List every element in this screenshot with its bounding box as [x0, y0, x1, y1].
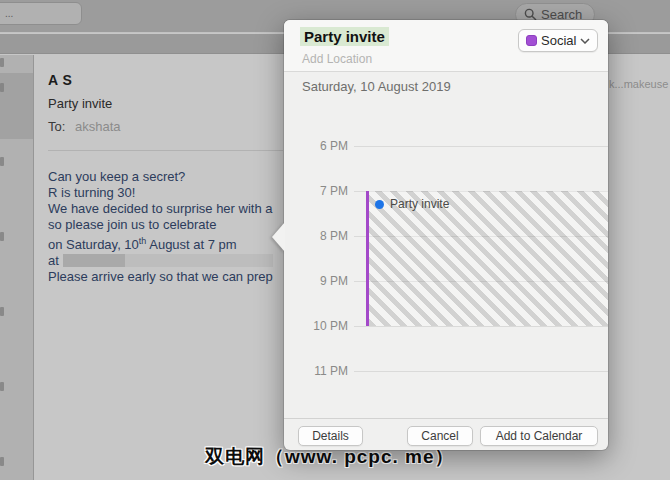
calendar-category-dropdown[interactable]: Social — [518, 29, 598, 52]
details-button[interactable]: Details — [298, 426, 363, 446]
header-divider — [48, 150, 283, 151]
message-subject: Party invite — [48, 96, 121, 111]
body-line: We have decided to surprise her with a — [48, 201, 273, 217]
body-line: so please join us to celebrate — [48, 217, 273, 233]
time-label: 6 PM — [288, 139, 348, 153]
window-tab[interactable]: ... — [0, 2, 82, 25]
clipped-list-text — [0, 58, 4, 67]
calendar-event-block[interactable]: Party invite — [366, 191, 608, 326]
time-label: 7 PM — [288, 184, 348, 198]
window-tab-label: ... — [5, 8, 13, 19]
to-label: To: — [48, 119, 65, 134]
hour-gridline — [354, 371, 608, 372]
chevron-down-icon — [580, 38, 590, 44]
body-line-date: on Saturday, 10th August at 7 pm — [48, 233, 273, 253]
clipped-list-text — [0, 307, 4, 316]
event-block-title: Party invite — [390, 197, 449, 211]
popover-header: Party invite Add Location Social — [284, 20, 608, 72]
clipped-list-text — [0, 382, 4, 391]
day-calendar: 6 PM 7 PM 8 PM 9 PM 10 PM 11 PM Party in… — [284, 95, 608, 418]
event-date-header: Saturday, 10 August 2019 — [302, 79, 451, 94]
time-label: 9 PM — [288, 274, 348, 288]
redacted-block — [125, 254, 273, 267]
time-label: 8 PM — [288, 229, 348, 243]
clipped-list-text — [0, 157, 4, 166]
body-line: Please arrive early so that we can prep — [48, 269, 273, 285]
message-body: Can you keep a secret? R is turning 30! … — [48, 169, 273, 285]
redacted-block — [63, 254, 125, 267]
event-popover: Party invite Add Location Social Saturda… — [284, 20, 608, 450]
body-line-location: at — [48, 253, 273, 269]
hour-gridline — [354, 326, 608, 327]
time-label: 11 PM — [288, 364, 348, 378]
sender-name: A S — [48, 72, 121, 88]
recipient-name: akshata — [75, 119, 121, 134]
body-line: R is turning 30! — [48, 185, 273, 201]
cancel-button[interactable]: Cancel — [407, 426, 473, 446]
add-location-field[interactable]: Add Location — [302, 52, 372, 66]
hour-gridline — [354, 146, 608, 147]
popover-button-bar: Details Cancel Add to Calendar — [284, 418, 608, 450]
body-line: Can you keep a secret? — [48, 169, 273, 185]
message-header: A S Party invite To: akshata — [48, 72, 121, 134]
selected-message-row[interactable] — [0, 73, 33, 139]
event-title-field[interactable]: Party invite — [300, 27, 389, 46]
event-dot-icon — [375, 200, 384, 209]
category-label: Social — [541, 33, 580, 48]
category-color-swatch — [526, 35, 537, 46]
truncated-link-text: k...makeuse — [609, 78, 668, 90]
add-to-calendar-button[interactable]: Add to Calendar — [480, 426, 598, 446]
recipient-line: To: akshata — [48, 119, 121, 134]
message-list-strip[interactable] — [0, 55, 34, 480]
clipped-list-text — [0, 457, 4, 466]
clipped-list-text — [0, 83, 4, 92]
time-label: 10 PM — [288, 319, 348, 333]
clipped-list-text — [0, 232, 4, 241]
